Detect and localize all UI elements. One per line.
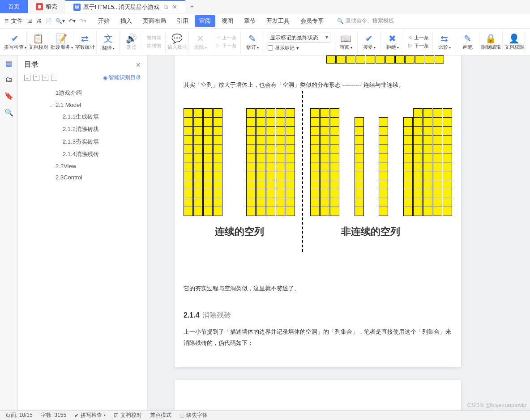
approve-icon: 📝 bbox=[56, 33, 67, 44]
menu-tab-reference[interactable]: 引用 bbox=[172, 15, 193, 27]
reject-button[interactable]: ✖拒绝▾ bbox=[381, 30, 404, 53]
undo-icon[interactable]: ↶▾ bbox=[68, 18, 76, 24]
s2t-button[interactable]: 繁转简 bbox=[147, 34, 162, 41]
tab-daoke-label: 稻壳 bbox=[46, 3, 57, 11]
review-button[interactable]: 📖审阅▾ bbox=[334, 30, 358, 53]
menu-tab-layout[interactable]: 页面布局 bbox=[138, 15, 171, 27]
toc-icon[interactable]: ▤ bbox=[5, 59, 12, 68]
menu-tab-start[interactable]: 开始 bbox=[94, 15, 114, 27]
paragraph-1: 其实「空列」放大于墙体上，也会有「空洞」类似的分布形态 ---------- 连… bbox=[184, 80, 452, 91]
toc-item-0[interactable]: 1游戏介绍 bbox=[18, 87, 147, 99]
compare-icon: ⇆ bbox=[440, 33, 448, 44]
tab-home[interactable]: 首页 bbox=[0, 0, 28, 13]
approve-button[interactable]: 📝批改服务▾ bbox=[50, 30, 73, 53]
add-icon[interactable]: + bbox=[42, 75, 48, 81]
close-panel-icon[interactable]: ✕ bbox=[136, 61, 141, 68]
svg-text:W: W bbox=[75, 5, 79, 10]
collapse-all-icon[interactable]: ⌄ bbox=[24, 75, 30, 81]
bookmark-icon[interactable]: 🔖 bbox=[4, 92, 13, 100]
menu-tab-insert[interactable]: 插入 bbox=[116, 15, 137, 27]
remove-icon[interactable]: − bbox=[51, 75, 57, 81]
ai-icon: ◉ bbox=[103, 75, 107, 81]
watermark: CSDN @biyezuopinvip bbox=[467, 402, 526, 408]
showmark-label: 显示标记 bbox=[275, 45, 295, 51]
close-icon[interactable]: ✕ bbox=[172, 4, 177, 10]
next-change-button[interactable]: ▷ 下一条 bbox=[408, 42, 429, 49]
toc-item-5[interactable]: 2.1.4消除残砖 bbox=[18, 148, 147, 161]
redo-icon[interactable]: ↷▾ bbox=[79, 18, 86, 24]
review-icon: 📖 bbox=[340, 33, 351, 44]
delete-button[interactable]: ✕删除▾ bbox=[189, 30, 212, 53]
spellcheck-button[interactable]: ✔拼写检查▾ bbox=[4, 30, 27, 53]
status-compat[interactable]: 兼容模式 bbox=[150, 412, 171, 419]
accept-button[interactable]: ✔接受▾ bbox=[358, 30, 381, 53]
find-icon[interactable]: 🔍 bbox=[4, 108, 13, 117]
menu-tabs: 开始 插入 页面布局 引用 审阅 视图 章节 开发工具 会员专享 bbox=[94, 15, 328, 27]
menu-tab-chapter[interactable]: 章节 bbox=[239, 15, 260, 27]
tab-daoke[interactable]: 稻壳 bbox=[28, 0, 65, 13]
trackchanges-button[interactable]: ✎修订▾ bbox=[241, 30, 264, 53]
status-words[interactable]: 字数: 3155 bbox=[41, 412, 66, 419]
toc-item-2[interactable]: 2.1.1生成砖墙 bbox=[18, 110, 147, 123]
doc-button[interactable]: 📄文 bbox=[526, 30, 530, 53]
document-area[interactable]: 其实「空列」放大于墙体上，也会有「空洞」类似的分布形态 ---------- 连… bbox=[148, 55, 530, 410]
doccheck-button[interactable]: 📋文档校对 bbox=[27, 30, 50, 53]
wordcount-icon: ⇄ bbox=[81, 33, 89, 44]
search-box[interactable]: 🔍 查找命令、搜索模板 bbox=[337, 17, 394, 25]
wordcount-button[interactable]: ⇄字数统计 bbox=[73, 30, 97, 53]
status-spell[interactable]: ✔ 拼写检查▾ bbox=[74, 412, 106, 419]
menu-icon[interactable]: ≡ bbox=[4, 17, 9, 25]
tab-home-label: 首页 bbox=[8, 3, 20, 11]
page: 其实「空列」放大于墙体上，也会有「空洞」类似的分布形态 ---------- 连… bbox=[175, 55, 461, 367]
paint-button[interactable]: ✎画笔 bbox=[456, 30, 479, 53]
t2s-button[interactable]: 简转繁 bbox=[147, 42, 162, 49]
menu-tab-view[interactable]: 视图 bbox=[217, 15, 238, 27]
preview-icon[interactable]: 🔍▾ bbox=[56, 18, 65, 24]
status-check[interactable]: ☑ 文档校对 bbox=[114, 412, 142, 419]
toc-tree: 1游戏介绍 ⌄2.1 Model 2.1.1生成砖墙 2.1.2消除砖块 2.1… bbox=[18, 85, 147, 410]
docperm-icon: 👤 bbox=[509, 33, 520, 44]
ai-toc-button[interactable]: ◉智能识别目录 bbox=[103, 74, 141, 81]
menu-tab-devtools[interactable]: 开发工具 bbox=[262, 15, 294, 27]
translate-button[interactable]: 文翻译▾ bbox=[97, 30, 120, 53]
read-button[interactable]: 🔊朗读 bbox=[120, 30, 143, 53]
spellcheck-icon: ✔ bbox=[11, 33, 19, 44]
toc-item-7[interactable]: 2.3Control bbox=[18, 172, 147, 183]
chevron-down-icon[interactable]: ⌄ bbox=[49, 103, 55, 108]
menu-tab-review[interactable]: 审阅 bbox=[195, 15, 215, 27]
markup-select[interactable]: 显示标记的最终状态 bbox=[268, 33, 330, 43]
paragraph-3: 上一小节提到了「描述墙体的边界并记录墙体的空洞」的「列集合」，笔者是直接使用这个… bbox=[184, 327, 452, 348]
menu-tab-member[interactable]: 会员专享 bbox=[296, 15, 328, 27]
print-icon[interactable]: 📄 bbox=[45, 18, 52, 24]
print-preview-icon[interactable]: 🖨 bbox=[36, 18, 42, 24]
new-tab-button[interactable]: ＋ bbox=[185, 0, 199, 13]
status-page[interactable]: 页面: 10/15 bbox=[5, 412, 33, 419]
convert-group: 繁转简 简转繁 bbox=[143, 30, 166, 53]
compare-button[interactable]: ⇆比较▾ bbox=[433, 30, 456, 53]
search-placeholder: 查找命令、搜索模板 bbox=[346, 17, 394, 25]
insert-comment-button[interactable]: 💬插入批注 bbox=[166, 30, 189, 53]
next-comment-button[interactable]: ▷ 下一条 bbox=[216, 42, 237, 49]
showmark-checkbox[interactable] bbox=[268, 45, 273, 51]
toc-item-1[interactable]: ⌄2.1 Model bbox=[18, 99, 147, 110]
read-icon: 🔊 bbox=[126, 33, 137, 44]
prev-change-button[interactable]: ◁ 上一条 bbox=[408, 34, 429, 41]
top-cells bbox=[326, 55, 444, 65]
toc-item-3[interactable]: 2.1.2消除砖块 bbox=[18, 123, 147, 136]
file-menu[interactable]: 文件 bbox=[11, 17, 23, 25]
toc-item-4[interactable]: 2.1.3夯实砖墙 bbox=[18, 136, 147, 148]
docperm-button[interactable]: 👤文档权限 bbox=[503, 30, 526, 53]
toc-item-6[interactable]: 2.2View bbox=[18, 161, 147, 172]
prev-comment-button[interactable]: ◁ 上一条 bbox=[216, 34, 237, 41]
status-font[interactable]: ⬚ 缺失字体 bbox=[180, 412, 208, 419]
tab-dup-icon[interactable]: ⧉ bbox=[164, 4, 168, 11]
reject-icon: ✖ bbox=[389, 33, 396, 44]
save-icon[interactable]: 🖫 bbox=[27, 18, 33, 24]
tab-active-doc[interactable]: W 基于HTML5...消灭星星小游戏 ⧉ ✕ bbox=[65, 0, 185, 13]
expand-all-icon[interactable]: ⌃ bbox=[33, 75, 39, 81]
comment-icon: 💬 bbox=[171, 33, 183, 44]
section-heading: 2.1.4消除残砖 bbox=[184, 311, 452, 320]
paragraph-2: 它的夯实过程与空洞类似，这里就不赘述了。 bbox=[184, 283, 452, 294]
nav-icon[interactable]: 🗂 bbox=[5, 76, 13, 84]
restrict-button[interactable]: 🔒限制编辑 bbox=[479, 30, 503, 53]
